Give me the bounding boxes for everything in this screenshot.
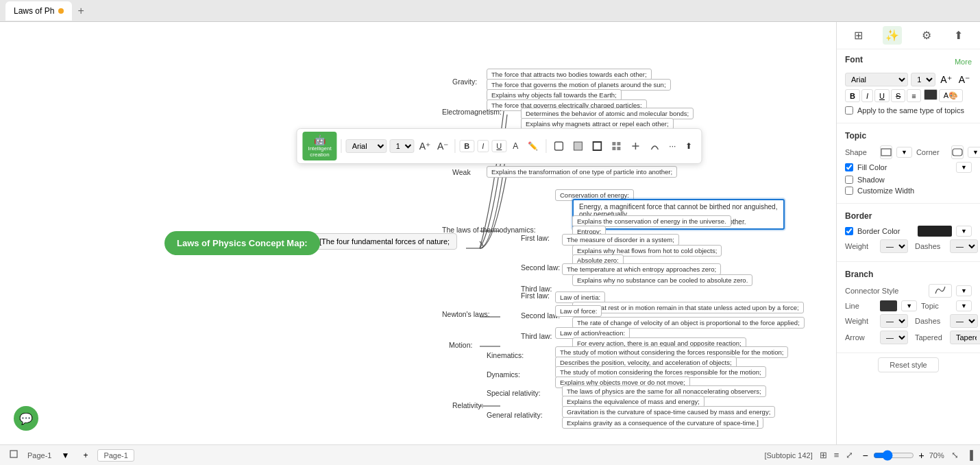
shape-button[interactable] bbox=[550, 139, 567, 153]
panel-share-icon[interactable]: ⬆ bbox=[951, 26, 966, 45]
zoom-slider[interactable] bbox=[873, 450, 914, 461]
dynamics-label[interactable]: Dynamics: bbox=[487, 370, 520, 379]
browser-tab[interactable]: Laws of Ph bbox=[5, 1, 72, 21]
first-law-newton[interactable]: First law: bbox=[521, 291, 550, 300]
page-tab[interactable]: Page-1 bbox=[97, 449, 134, 462]
svg-rect-2 bbox=[593, 142, 601, 150]
reset-style-button[interactable]: Reset style bbox=[878, 357, 938, 372]
first-law-thermo[interactable]: First law: bbox=[521, 234, 550, 242]
panel-settings-icon[interactable]: ⚙ bbox=[919, 26, 934, 45]
line-color-swatch[interactable] bbox=[880, 300, 897, 311]
canvas-area[interactable]: 🤖 Intelligent creation Arial 10 A⁺ A⁻ B … bbox=[0, 22, 836, 444]
border-color-checkbox[interactable] bbox=[845, 227, 853, 235]
panel-font-shrink[interactable]: A⁻ bbox=[957, 73, 972, 86]
panel-bold[interactable]: B bbox=[845, 89, 860, 102]
gravity-label[interactable]: Gravity: bbox=[452, 78, 477, 86]
line-dropdown[interactable]: ▼ bbox=[901, 300, 917, 311]
electro-label[interactable]: Electromagnetism: bbox=[442, 108, 502, 116]
shape-selector[interactable] bbox=[880, 145, 892, 159]
second-law-newton[interactable]: Second law: bbox=[521, 311, 560, 320]
border-section-title: Border bbox=[845, 211, 872, 221]
ai-label: Intelligent bbox=[308, 145, 331, 152]
arrow-select[interactable]: — bbox=[880, 331, 908, 344]
corner-selector[interactable] bbox=[951, 145, 964, 159]
panel-font-grow[interactable]: A⁺ bbox=[938, 73, 953, 86]
highlight-button[interactable]: ✏️ bbox=[524, 139, 541, 153]
corner-dropdown[interactable]: ▼ bbox=[968, 147, 980, 158]
font-color-swatch[interactable] bbox=[924, 89, 938, 100]
new-tab-button[interactable]: + bbox=[77, 5, 84, 17]
panel-sparkle-icon[interactable]: ✨ bbox=[883, 26, 902, 45]
page-dropdown-btn[interactable]: ▼ bbox=[57, 449, 73, 462]
special-rel-label[interactable]: Special relativity: bbox=[487, 389, 541, 397]
layout-button[interactable] bbox=[608, 139, 624, 153]
panel-italic[interactable]: I bbox=[861, 89, 873, 102]
weak-desc1: Explains the transformation of one type … bbox=[487, 166, 677, 178]
panel-underline[interactable]: U bbox=[874, 89, 890, 102]
fit-page-btn[interactable]: ⤡ bbox=[950, 449, 960, 462]
border-button[interactable] bbox=[589, 139, 605, 153]
fill-color-checkbox[interactable] bbox=[845, 163, 853, 171]
panel-font-paint[interactable]: A🎨 bbox=[939, 89, 963, 102]
border-color-swatch[interactable] bbox=[918, 226, 952, 237]
zoom-in-btn[interactable]: + bbox=[917, 450, 927, 461]
connector-style-btn[interactable] bbox=[929, 284, 952, 298]
panel-font-size[interactable]: 10 bbox=[911, 73, 935, 86]
panel-align-left[interactable]: ≡ bbox=[907, 89, 920, 102]
relativity-label[interactable]: Relativity: bbox=[452, 401, 484, 409]
third-law-newton[interactable]: Third law: bbox=[521, 332, 552, 340]
underline-button[interactable]: U bbox=[491, 140, 506, 152]
font-shrink-button[interactable]: A⁻ bbox=[435, 140, 450, 152]
motion-label[interactable]: Motion: bbox=[449, 341, 472, 349]
central-node[interactable]: Laws of Physics Concept Map: bbox=[164, 231, 320, 255]
zoom-out-btn[interactable]: − bbox=[860, 450, 870, 461]
connector-style-dropdown[interactable]: ▼ bbox=[956, 285, 972, 296]
customize-width-row: Customize Width bbox=[845, 187, 972, 195]
topic-dropdown[interactable]: ▼ bbox=[956, 300, 972, 311]
shape-dropdown[interactable]: ▼ bbox=[896, 147, 912, 158]
grid-view-btn[interactable]: ⊞ bbox=[818, 449, 829, 462]
color-button[interactable]: A bbox=[509, 139, 522, 153]
panel-font-select[interactable]: Arial bbox=[845, 73, 908, 86]
customize-checkbox[interactable] bbox=[845, 187, 853, 195]
weak-label[interactable]: Weak bbox=[452, 168, 471, 176]
tapered-select[interactable]: Tapered bbox=[950, 331, 980, 344]
ai-creation-button[interactable]: 🤖 Intelligent creation bbox=[302, 132, 336, 160]
bottom-icons: ⊞ ≡ ⤢ bbox=[818, 449, 855, 462]
page-settings-btn[interactable] bbox=[5, 449, 22, 462]
connector-text[interactable]: [The four fundamental forces of nature; bbox=[312, 233, 457, 250]
fill-button[interactable] bbox=[569, 139, 586, 153]
branch-button[interactable] bbox=[627, 139, 644, 153]
collapse-toolbar-button[interactable]: ⬆ bbox=[682, 139, 696, 153]
expand-btn[interactable]: ⤢ bbox=[844, 449, 855, 462]
fill-color-dropdown[interactable]: ▼ bbox=[956, 162, 972, 173]
weight2-select[interactable]: — bbox=[880, 314, 908, 328]
panel-strike[interactable]: S bbox=[891, 89, 905, 102]
weight-select[interactable]: — bbox=[880, 239, 908, 253]
panel-grid-icon[interactable]: ⊞ bbox=[851, 26, 866, 45]
apply-same-checkbox[interactable] bbox=[845, 106, 853, 115]
general-rel-label[interactable]: General relativity: bbox=[487, 411, 543, 419]
list-view-btn[interactable]: ≡ bbox=[833, 449, 841, 462]
more-button[interactable]: More bbox=[955, 58, 972, 66]
kinematics-label[interactable]: Kinematics: bbox=[487, 351, 524, 359]
sidebar-toggle-btn[interactable]: ▐ bbox=[966, 449, 975, 462]
italic-button[interactable]: I bbox=[477, 140, 489, 152]
helper-icon[interactable]: 💬 bbox=[14, 406, 38, 431]
bold-button[interactable]: B bbox=[459, 140, 474, 152]
shadow-checkbox[interactable] bbox=[845, 176, 853, 184]
dashes-select[interactable]: — bbox=[950, 239, 978, 253]
thermo-label[interactable]: The laws of thermodynamics: bbox=[442, 226, 536, 234]
font-name-select[interactable]: Arial bbox=[346, 139, 387, 153]
border-color-dropdown[interactable]: ▼ bbox=[956, 226, 972, 237]
more-toolbar-button[interactable]: ··· bbox=[665, 139, 679, 153]
connector-button[interactable] bbox=[646, 139, 663, 153]
line-label: Line bbox=[845, 302, 876, 310]
add-page-btn[interactable]: + bbox=[79, 449, 92, 462]
font-size-select[interactable]: 10 bbox=[390, 139, 415, 153]
dashes2-select[interactable]: — bbox=[950, 314, 978, 328]
font-grow-button[interactable]: A⁺ bbox=[417, 140, 432, 152]
shape-row: Shape ▼ Corner ▼ bbox=[845, 145, 972, 159]
second-law-thermo[interactable]: Second law: bbox=[521, 263, 560, 272]
newtons-label[interactable]: Newton's laws: bbox=[442, 310, 490, 318]
